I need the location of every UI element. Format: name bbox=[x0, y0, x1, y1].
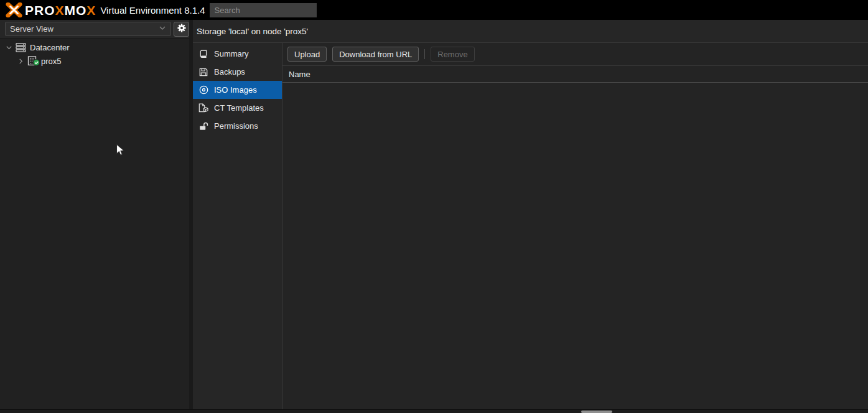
chevron-down-icon bbox=[159, 24, 166, 34]
content-toolbar: Upload Download from URL Remove bbox=[282, 43, 868, 66]
view-selector-label: Server View bbox=[10, 24, 54, 34]
disc-icon bbox=[198, 85, 208, 95]
nav-item-ct-templates[interactable]: CT Templates bbox=[193, 99, 282, 117]
file-cube-icon bbox=[198, 103, 208, 113]
nav-item-label: Summary bbox=[214, 49, 249, 58]
download-from-url-button[interactable]: Download from URL bbox=[332, 47, 419, 62]
nav-item-permissions[interactable]: Permissions bbox=[193, 117, 282, 135]
nav-item-backups[interactable]: Backups bbox=[193, 63, 282, 81]
nav-item-label: Backups bbox=[214, 67, 245, 77]
page-title: Storage 'local' on node 'prox5' bbox=[197, 27, 308, 36]
toolbar-separator bbox=[424, 49, 425, 59]
nav-item-label: CT Templates bbox=[214, 103, 264, 113]
nav-item-label: ISO Images bbox=[214, 85, 257, 95]
table-column-header-name[interactable]: Name bbox=[282, 66, 868, 83]
horizontal-scrollbar[interactable] bbox=[0, 409, 868, 413]
proxmox-logo: PROXMOX bbox=[6, 2, 96, 17]
iso-images-table-body bbox=[282, 83, 868, 409]
tree-item-label: Datacenter bbox=[30, 43, 70, 52]
node-online-badge-icon bbox=[33, 58, 40, 68]
column-header-label: Name bbox=[289, 70, 310, 79]
version-title: Virtual Environment 8.1.4 bbox=[100, 5, 205, 16]
content-area: Upload Download from URL Remove Name bbox=[282, 43, 868, 409]
remove-button[interactable]: Remove bbox=[431, 47, 474, 62]
horizontal-scrollbar-thumb[interactable] bbox=[581, 411, 612, 413]
upload-button[interactable]: Upload bbox=[287, 47, 327, 62]
unlock-icon bbox=[198, 122, 208, 131]
logo-wordmark: PROXMOX bbox=[25, 4, 96, 17]
proxmox-app: PROXMOX Virtual Environment 8.1.4 Server… bbox=[0, 0, 868, 413]
gear-icon bbox=[177, 23, 187, 35]
nav-item-summary[interactable]: Summary bbox=[193, 45, 282, 63]
book-icon bbox=[198, 50, 208, 58]
tree-item-datacenter[interactable]: Datacenter bbox=[0, 40, 189, 54]
proxmox-x-icon bbox=[6, 2, 22, 17]
search-input[interactable] bbox=[210, 3, 317, 17]
tree-item-label: prox5 bbox=[41, 57, 62, 66]
topbar: PROXMOX Virtual Environment 8.1.4 bbox=[0, 0, 868, 20]
main-region: Storage 'local' on node 'prox5' Summary bbox=[193, 20, 868, 409]
node-icon bbox=[27, 56, 37, 66]
chevron-down-icon[interactable] bbox=[5, 44, 12, 51]
nav-item-iso-images[interactable]: ISO Images bbox=[193, 81, 282, 99]
chevron-right-icon[interactable] bbox=[17, 58, 24, 65]
content-header: Storage 'local' on node 'prox5' bbox=[193, 20, 868, 43]
storage-nav-panel: Summary Backups bbox=[193, 43, 282, 409]
tree-item-prox5[interactable]: prox5 bbox=[0, 54, 189, 68]
resource-tree: Datacenter bbox=[0, 39, 189, 409]
floppy-icon bbox=[198, 68, 208, 77]
settings-gear-button[interactable] bbox=[174, 22, 189, 37]
datacenter-icon bbox=[16, 43, 26, 52]
view-selector[interactable]: Server View bbox=[5, 22, 171, 36]
nav-item-label: Permissions bbox=[214, 121, 258, 131]
sidebar-toolbar: Server View bbox=[0, 20, 189, 39]
